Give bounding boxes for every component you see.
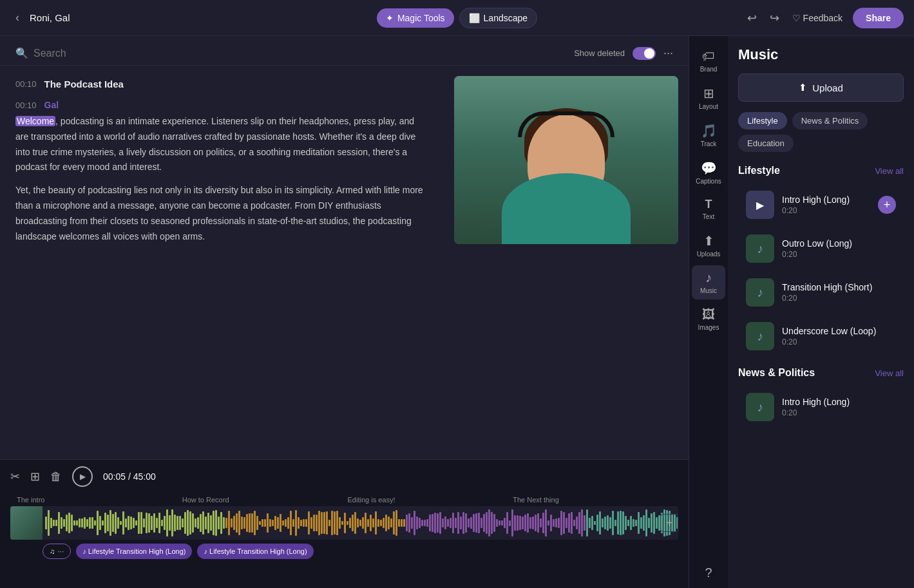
- help-button[interactable]: ?: [697, 558, 719, 588]
- news-view-all[interactable]: View all: [875, 368, 904, 378]
- show-deleted-label: Show deleted: [574, 48, 625, 58]
- topnav: ‹ Roni, Gal ✦ Magic Tools ⬜ Landscape ↩ …: [0, 0, 914, 36]
- split-icon-button[interactable]: ⊞: [30, 469, 40, 484]
- sidebar-item-layout[interactable]: ⊞ Layout: [692, 81, 725, 115]
- delete-icon-button[interactable]: 🗑: [50, 470, 62, 484]
- cat-tab-lifestyle[interactable]: Lifestyle: [738, 112, 787, 129]
- sidebar-icon-strip: 🏷 Brand ⊞ Layout 🎵 Track 💬 Captions T Te…: [689, 36, 728, 588]
- music-name-news-0: Intro High (Long): [782, 397, 896, 407]
- upload-button[interactable]: ⬆ Upload: [738, 73, 904, 102]
- more-options-button[interactable]: ···: [663, 46, 673, 60]
- right-sidebar: 🏷 Brand ⊞ Layout 🎵 Track 💬 Captions T Te…: [689, 36, 914, 588]
- search-bar: 🔍 Show deleted ···: [0, 36, 689, 66]
- sidebar-item-images[interactable]: 🖼 Images: [692, 302, 725, 336]
- sidebar-item-brand[interactable]: 🏷 Brand: [692, 44, 725, 78]
- music-chip-3[interactable]: ♪ Lifestyle Transition High (Long): [197, 544, 313, 559]
- music-item-lifestyle-3[interactable]: ♪ Underscore Low (Loop) 0:20: [738, 316, 904, 357]
- track-label: Track: [701, 140, 717, 147]
- music-icon-wrap-1[interactable]: ♪: [746, 234, 774, 263]
- music-item-lifestyle-1[interactable]: ♪ Outro Low (Long) 0:20: [738, 228, 904, 269]
- sidebar-item-captions[interactable]: 💬 Captions: [692, 155, 725, 190]
- timecode-separator: /: [126, 471, 133, 482]
- sidebar-item-music[interactable]: ♪ Music: [692, 265, 725, 299]
- music-note-news-0: ♪: [757, 400, 763, 415]
- show-deleted-toggle[interactable]: [633, 47, 656, 60]
- transcript-body-1: Welcome, podcasting is an intimate exper…: [15, 114, 428, 175]
- entry-title-1: The Podcast Idea: [44, 79, 124, 90]
- layout-icon: ⊞: [703, 86, 714, 101]
- entry-meta-1: 00:10 The Podcast Idea: [15, 79, 428, 90]
- add-music-button-0[interactable]: +: [878, 196, 896, 214]
- magic-tools-button[interactable]: ✦ Magic Tools: [377, 8, 454, 28]
- captions-label: Captions: [696, 178, 721, 185]
- search-input[interactable]: [33, 48, 566, 59]
- feedback-button[interactable]: ♡ Feedback: [790, 10, 845, 26]
- timestamp-2: 00:10: [15, 100, 37, 110]
- project-name: Roni, Gal: [30, 12, 70, 23]
- music-play-icon-wrap-0[interactable]: ▶: [746, 191, 774, 219]
- speaker-name: Gal: [44, 100, 59, 110]
- chapter-labels: The intro How to Record Editing is easy!…: [10, 496, 678, 504]
- music-note-3: ♪: [757, 329, 763, 344]
- music-duration-2: 0:20: [782, 294, 896, 303]
- music-chip-1-label: ♫: [50, 547, 55, 555]
- sidebar-item-uploads[interactable]: ⬆ Uploads: [692, 228, 725, 263]
- text-icon: T: [705, 198, 712, 211]
- music-chip-1-options[interactable]: ···: [57, 547, 64, 556]
- music-name-3: Underscore Low (Loop): [782, 326, 896, 336]
- images-icon: 🖼: [702, 307, 715, 322]
- music-item-lifestyle-2[interactable]: ♪ Transition High (Short) 0:20: [738, 272, 904, 313]
- transcript-text: 00:10 The Podcast Idea 00:10 Gal Welcome…: [0, 66, 444, 459]
- music-name-1: Outro Low (Long): [782, 238, 896, 249]
- timeline-controls: ✂ ⊞ 🗑 ▶ 00:05 / 45:00: [10, 460, 678, 493]
- landscape-button[interactable]: ⬜ Landscape: [459, 8, 538, 28]
- music-label: Music: [700, 287, 717, 294]
- search-icon: 🔍: [15, 47, 28, 59]
- news-section-header: News & Politics View all: [738, 367, 904, 379]
- music-name-0: Intro High (Long): [782, 194, 870, 205]
- undo-button[interactable]: ↩: [745, 8, 759, 28]
- cut-icon-button[interactable]: ✂: [10, 469, 20, 484]
- sidebar-title: Music: [738, 46, 904, 63]
- track-icon: 🎵: [701, 123, 717, 138]
- images-label: Images: [698, 324, 719, 331]
- lifestyle-view-all[interactable]: View all: [875, 166, 904, 176]
- magic-tools-icon: ✦: [386, 13, 394, 23]
- music-item-news-0[interactable]: ♪ Intro High (Long) 0:20: [738, 386, 904, 428]
- left-panel: 🔍 Show deleted ··· 00:10 The Podcast Ide…: [0, 36, 689, 588]
- music-duration-0: 0:20: [782, 206, 870, 215]
- sidebar-item-track[interactable]: 🎵 Track: [692, 118, 725, 153]
- captions-icon: 💬: [701, 160, 717, 176]
- music-info-1: Outro Low (Long) 0:20: [782, 238, 896, 259]
- chapter-label-2: Editing is easy!: [348, 496, 513, 504]
- music-icon-wrap-2[interactable]: ♪: [746, 278, 774, 307]
- add-track-button[interactable]: +: [660, 514, 678, 532]
- music-note-1: ♪: [757, 242, 763, 256]
- uploads-label: Uploads: [697, 251, 721, 258]
- video-frame: [454, 76, 678, 244]
- uploads-icon: ⬆: [703, 233, 714, 249]
- brand-icon: 🏷: [702, 49, 715, 64]
- music-icon-wrap-news-0[interactable]: ♪: [746, 393, 774, 421]
- cat-tab-news[interactable]: News & Politics: [792, 112, 868, 129]
- feedback-label: Feedback: [803, 13, 843, 23]
- music-info-3: Underscore Low (Loop) 0:20: [782, 326, 896, 346]
- redo-button[interactable]: ↪: [767, 8, 782, 28]
- music-item-lifestyle-0[interactable]: ▶ Intro High (Long) 0:20 +: [738, 184, 904, 225]
- music-chip-2[interactable]: ♪ Lifestyle Transition High (Long): [76, 544, 192, 559]
- chapter-label-3: The Next thing: [513, 496, 678, 504]
- music-icon-wrap-3[interactable]: ♪: [746, 322, 774, 350]
- sidebar-item-text[interactable]: T Text: [692, 193, 725, 225]
- music-name-2: Transition High (Short): [782, 282, 896, 292]
- sidebar-content: Music ⬆ Upload Lifestyle News & Politics…: [728, 36, 914, 588]
- cat-tab-education[interactable]: Education: [738, 135, 794, 152]
- music-note-2: ♪: [757, 285, 763, 300]
- play-button[interactable]: ▶: [72, 466, 93, 487]
- music-chip-1[interactable]: ♫ ···: [43, 544, 71, 559]
- back-button[interactable]: ‹: [10, 8, 24, 27]
- person-silhouette: [454, 76, 678, 244]
- magic-tools-label: Magic Tools: [397, 13, 445, 23]
- music-chip-3-label: ♪ Lifestyle Transition High (Long): [204, 547, 307, 555]
- news-section-title: News & Politics: [738, 367, 815, 379]
- share-button[interactable]: Share: [853, 8, 904, 28]
